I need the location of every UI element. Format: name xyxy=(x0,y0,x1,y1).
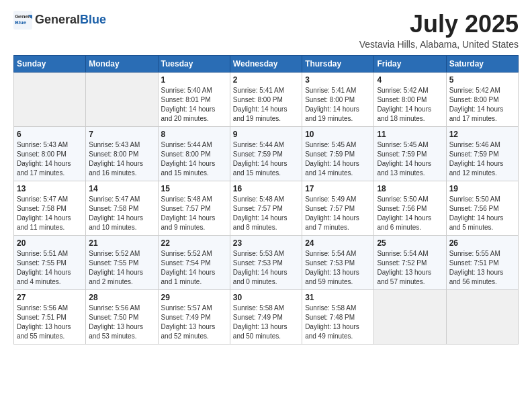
week-row-5: 27Sunrise: 5:56 AMSunset: 7:51 PMDayligh… xyxy=(14,289,519,344)
day-cell: 1Sunrise: 5:40 AMSunset: 8:01 PMDaylight… xyxy=(158,72,230,126)
page: General Blue GeneralBlue July 2025 Vesta… xyxy=(0,0,532,411)
day-cell: 29Sunrise: 5:57 AMSunset: 7:49 PMDayligh… xyxy=(158,289,230,344)
day-info: Sunrise: 5:56 AMSunset: 7:50 PMDaylight:… xyxy=(89,304,154,341)
weekday-header-row: SundayMondayTuesdayWednesdayThursdayFrid… xyxy=(14,55,519,72)
day-info: Sunrise: 5:52 AMSunset: 7:55 PMDaylight:… xyxy=(89,249,154,287)
day-cell: 16Sunrise: 5:48 AMSunset: 7:57 PMDayligh… xyxy=(230,181,302,235)
day-cell: 9Sunrise: 5:44 AMSunset: 7:59 PMDaylight… xyxy=(230,126,302,181)
week-row-3: 13Sunrise: 5:47 AMSunset: 7:58 PMDayligh… xyxy=(14,181,519,235)
day-number: 4 xyxy=(377,75,443,85)
day-cell: 2Sunrise: 5:41 AMSunset: 8:00 PMDaylight… xyxy=(230,72,302,126)
day-info: Sunrise: 5:54 AMSunset: 7:52 PMDaylight:… xyxy=(377,249,443,287)
day-info: Sunrise: 5:55 AMSunset: 7:51 PMDaylight:… xyxy=(449,249,515,287)
day-number: 7 xyxy=(89,130,154,139)
day-info: Sunrise: 5:48 AMSunset: 7:57 PMDaylight:… xyxy=(233,195,299,232)
day-cell xyxy=(374,289,446,344)
location: Vestavia Hills, Alabama, United States xyxy=(359,39,519,50)
day-info: Sunrise: 5:53 AMSunset: 7:53 PMDaylight:… xyxy=(233,249,299,287)
day-number: 20 xyxy=(17,238,83,248)
day-number: 9 xyxy=(233,130,299,139)
day-cell: 14Sunrise: 5:47 AMSunset: 7:58 PMDayligh… xyxy=(86,181,158,235)
day-cell: 30Sunrise: 5:58 AMSunset: 7:49 PMDayligh… xyxy=(230,289,302,344)
day-info: Sunrise: 5:45 AMSunset: 7:59 PMDaylight:… xyxy=(305,140,371,178)
day-number: 17 xyxy=(305,184,371,193)
calendar-table: SundayMondayTuesdayWednesdayThursdayFrid… xyxy=(13,55,519,345)
day-info: Sunrise: 5:58 AMSunset: 7:49 PMDaylight:… xyxy=(233,304,299,341)
day-number: 10 xyxy=(305,130,371,139)
day-cell xyxy=(86,72,158,126)
day-info: Sunrise: 5:41 AMSunset: 8:00 PMDaylight:… xyxy=(305,86,371,124)
day-info: Sunrise: 5:47 AMSunset: 7:58 PMDaylight:… xyxy=(89,195,154,232)
day-cell: 23Sunrise: 5:53 AMSunset: 7:53 PMDayligh… xyxy=(230,235,302,289)
day-cell: 7Sunrise: 5:43 AMSunset: 8:00 PMDaylight… xyxy=(86,126,158,181)
day-number: 29 xyxy=(161,293,227,302)
day-number: 28 xyxy=(89,293,154,302)
day-number: 16 xyxy=(233,184,299,193)
day-cell: 8Sunrise: 5:44 AMSunset: 8:00 PMDaylight… xyxy=(158,126,230,181)
day-info: Sunrise: 5:41 AMSunset: 8:00 PMDaylight:… xyxy=(233,86,299,124)
day-info: Sunrise: 5:52 AMSunset: 7:54 PMDaylight:… xyxy=(161,249,227,287)
logo-text: GeneralBlue xyxy=(35,13,106,27)
weekday-header-tuesday: Tuesday xyxy=(158,55,230,72)
day-number: 21 xyxy=(89,238,154,248)
day-number: 30 xyxy=(233,293,299,302)
day-info: Sunrise: 5:42 AMSunset: 8:00 PMDaylight:… xyxy=(449,86,515,124)
day-cell: 25Sunrise: 5:54 AMSunset: 7:52 PMDayligh… xyxy=(374,235,446,289)
day-number: 5 xyxy=(449,75,515,85)
day-info: Sunrise: 5:51 AMSunset: 7:55 PMDaylight:… xyxy=(17,249,83,287)
day-info: Sunrise: 5:57 AMSunset: 7:49 PMDaylight:… xyxy=(161,304,227,341)
day-cell: 17Sunrise: 5:49 AMSunset: 7:57 PMDayligh… xyxy=(302,181,374,235)
weekday-header-sunday: Sunday xyxy=(14,55,86,72)
day-cell xyxy=(14,72,86,126)
day-info: Sunrise: 5:54 AMSunset: 7:53 PMDaylight:… xyxy=(305,249,371,287)
day-number: 22 xyxy=(161,238,227,248)
week-row-1: 1Sunrise: 5:40 AMSunset: 8:01 PMDaylight… xyxy=(14,72,519,126)
day-info: Sunrise: 5:45 AMSunset: 7:59 PMDaylight:… xyxy=(377,140,443,178)
day-cell: 31Sunrise: 5:58 AMSunset: 7:48 PMDayligh… xyxy=(302,289,374,344)
day-cell: 15Sunrise: 5:48 AMSunset: 7:57 PMDayligh… xyxy=(158,181,230,235)
day-number: 6 xyxy=(17,130,83,139)
day-info: Sunrise: 5:43 AMSunset: 8:00 PMDaylight:… xyxy=(17,140,83,178)
day-cell: 24Sunrise: 5:54 AMSunset: 7:53 PMDayligh… xyxy=(302,235,374,289)
day-number: 24 xyxy=(305,238,371,248)
day-number: 12 xyxy=(449,130,515,139)
weekday-header-saturday: Saturday xyxy=(446,55,518,72)
day-number: 23 xyxy=(233,238,299,248)
weekday-header-friday: Friday xyxy=(374,55,446,72)
day-cell: 5Sunrise: 5:42 AMSunset: 8:00 PMDaylight… xyxy=(446,72,518,126)
svg-text:Blue: Blue xyxy=(15,19,27,26)
day-number: 3 xyxy=(305,75,371,85)
day-info: Sunrise: 5:49 AMSunset: 7:57 PMDaylight:… xyxy=(305,195,371,232)
weekday-header-monday: Monday xyxy=(86,55,158,72)
day-number: 1 xyxy=(161,75,227,85)
day-cell: 26Sunrise: 5:55 AMSunset: 7:51 PMDayligh… xyxy=(446,235,518,289)
day-cell: 21Sunrise: 5:52 AMSunset: 7:55 PMDayligh… xyxy=(86,235,158,289)
weekday-header-wednesday: Wednesday xyxy=(230,55,302,72)
day-info: Sunrise: 5:50 AMSunset: 7:56 PMDaylight:… xyxy=(377,195,443,232)
header: General Blue GeneralBlue July 2025 Vesta… xyxy=(13,11,519,50)
day-info: Sunrise: 5:40 AMSunset: 8:01 PMDaylight:… xyxy=(161,86,227,124)
day-number: 2 xyxy=(233,75,299,85)
day-number: 25 xyxy=(377,238,443,248)
day-number: 26 xyxy=(449,238,515,248)
day-info: Sunrise: 5:47 AMSunset: 7:58 PMDaylight:… xyxy=(17,195,83,232)
day-cell: 22Sunrise: 5:52 AMSunset: 7:54 PMDayligh… xyxy=(158,235,230,289)
logo: General Blue GeneralBlue xyxy=(13,11,106,30)
day-number: 8 xyxy=(161,130,227,139)
day-cell: 27Sunrise: 5:56 AMSunset: 7:51 PMDayligh… xyxy=(14,289,86,344)
day-cell: 28Sunrise: 5:56 AMSunset: 7:50 PMDayligh… xyxy=(86,289,158,344)
day-number: 14 xyxy=(89,184,154,193)
week-row-2: 6Sunrise: 5:43 AMSunset: 8:00 PMDaylight… xyxy=(14,126,519,181)
day-cell: 3Sunrise: 5:41 AMSunset: 8:00 PMDaylight… xyxy=(302,72,374,126)
day-info: Sunrise: 5:46 AMSunset: 7:59 PMDaylight:… xyxy=(449,140,515,178)
day-cell: 6Sunrise: 5:43 AMSunset: 8:00 PMDaylight… xyxy=(14,126,86,181)
day-cell xyxy=(446,289,518,344)
day-info: Sunrise: 5:42 AMSunset: 8:00 PMDaylight:… xyxy=(377,86,443,124)
day-cell: 13Sunrise: 5:47 AMSunset: 7:58 PMDayligh… xyxy=(14,181,86,235)
day-number: 31 xyxy=(305,293,371,302)
day-cell: 20Sunrise: 5:51 AMSunset: 7:55 PMDayligh… xyxy=(14,235,86,289)
day-info: Sunrise: 5:44 AMSunset: 7:59 PMDaylight:… xyxy=(233,140,299,178)
day-info: Sunrise: 5:50 AMSunset: 7:56 PMDaylight:… xyxy=(449,195,515,232)
day-number: 18 xyxy=(377,184,443,193)
week-row-4: 20Sunrise: 5:51 AMSunset: 7:55 PMDayligh… xyxy=(14,235,519,289)
